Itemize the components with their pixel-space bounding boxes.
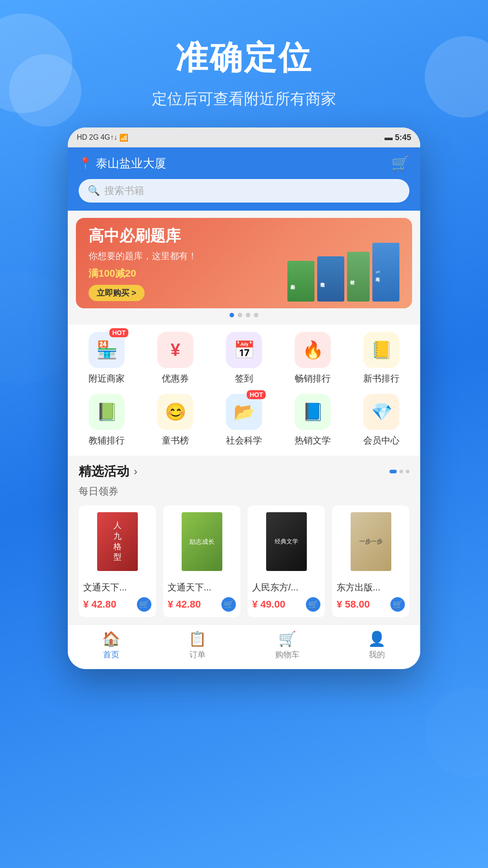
cat-social-icon: 📂 HOT (226, 394, 262, 430)
cat-member-icon: 💎 (363, 394, 399, 430)
category-row-2: 📗 教辅排行 😊 童书榜 📂 HOT 社会科学 📘 (68, 394, 420, 456)
banner-section: 高中必刷题库 你想要的题库，这里都有！ 满100减20 立即购买 > 高中必刷 … (68, 211, 420, 325)
cat-checkin[interactable]: 📅 签到 (215, 332, 273, 385)
banner-text: 高中必刷题库 你想要的题库，这里都有！ 满100减20 立即购买 > (89, 226, 287, 301)
cat-checkin-icon: 📅 (226, 332, 262, 368)
dot-1[interactable] (230, 313, 234, 317)
book-name-4: 东方出版... (337, 581, 405, 594)
cat-textbook[interactable]: 📗 教辅排行 (77, 394, 136, 447)
cat-newbook-icon: 📒 (363, 332, 399, 368)
book-name-3: 人民东方/... (252, 581, 320, 594)
nav-profile[interactable]: 👤 我的 (368, 630, 386, 660)
cat-coupon[interactable]: ¥ 优惠券 (146, 332, 205, 385)
profile-icon: 👤 (368, 630, 386, 647)
category-section: 🏪 HOT 附近商家 ¥ 优惠券 📅 签到 🔥 (68, 325, 420, 456)
book-thumb-1: 人九格型 (79, 505, 156, 578)
status-time: ▬ 5:45 (385, 133, 411, 142)
book-card-1[interactable]: 人九格型 文通天下... ¥ 42.80 🛒 (79, 505, 156, 617)
section-header: 精选活动 › (79, 463, 409, 480)
orders-icon: 📋 (188, 630, 206, 647)
section-dot-2 (399, 470, 403, 473)
activities-arrow[interactable]: › (134, 465, 137, 478)
promo-banner[interactable]: 高中必刷题库 你想要的题库，这里都有！ 满100减20 立即购买 > 高中必刷 … (76, 218, 412, 308)
hot-badge-social: HOT (247, 390, 266, 399)
cart-icon: 🛒 (278, 630, 296, 647)
cat-member[interactable]: 💎 会员中心 (352, 394, 411, 447)
book-thumb-4: 一步一步 (332, 505, 409, 578)
cat-hotlit-label: 热销文学 (295, 434, 331, 447)
book-card-4[interactable]: 一步一步 东方出版... ¥ 58.00 🛒 (332, 505, 409, 617)
cat-social[interactable]: 📂 HOT 社会科学 (215, 394, 273, 447)
phone-mockup: HD 2G 4G↑↓ 📶 ▬ 5:45 📍 泰山盐业大厦 🛒 🔍 搜索书籍 高中… (68, 127, 420, 669)
nav-orders-label: 订单 (189, 649, 206, 660)
book-price-1: ¥ 42.80 🛒 (83, 597, 151, 612)
cat-checkin-label: 签到 (235, 373, 253, 385)
signal-2g: 2G (89, 133, 99, 142)
banner-book-1: 高中必刷 (287, 261, 314, 302)
cat-newbook-label: 新书排行 (363, 373, 399, 385)
book-card-3[interactable]: 经典文学 人民东方/... ¥ 49.00 🛒 (248, 505, 325, 617)
cat-bestseller-icon: 🔥 (295, 332, 331, 368)
location-area[interactable]: 📍 泰山盐业大厦 (79, 156, 166, 171)
section-dot-active (389, 470, 397, 473)
hot-badge-nearby: HOT (109, 328, 128, 337)
banner-book-4: 5年高考 (372, 243, 399, 302)
dot-3[interactable] (246, 313, 250, 317)
wifi-icon: 📶 (119, 133, 128, 142)
signal-4g: 4G↑↓ (100, 133, 117, 142)
book-info-2: 文通天下... ¥ 42.80 🛒 (163, 578, 240, 617)
nav-orders[interactable]: 📋 订单 (188, 630, 206, 660)
banner-button[interactable]: 立即购买 > (89, 285, 145, 301)
cat-member-label: 会员中心 (363, 434, 399, 447)
nav-profile-label: 我的 (369, 649, 385, 660)
activities-title: 精选活动 (79, 463, 129, 480)
app-header: 📍 泰山盐业大厦 🛒 (68, 147, 420, 179)
banner-book-3: 教材帮 (347, 252, 370, 302)
section-dot-3 (406, 470, 409, 473)
cat-bestseller[interactable]: 🔥 畅销排行 (283, 332, 342, 385)
book-card-2[interactable]: 励志成长 文通天下... ¥ 42.80 🛒 (163, 505, 240, 617)
banner-dots (76, 308, 412, 317)
battery-icon: ▬ (385, 133, 395, 142)
home-icon: 🏠 (102, 630, 120, 647)
book-price-2: ¥ 42.80 🛒 (168, 597, 236, 612)
book-name-2: 文通天下... (168, 581, 236, 594)
category-row-1: 🏪 HOT 附近商家 ¥ 优惠券 📅 签到 🔥 (68, 332, 420, 394)
add-cart-1[interactable]: 🛒 (137, 597, 151, 612)
book-price-4: ¥ 58.00 🛒 (337, 597, 405, 612)
book-info-3: 人民东方/... ¥ 49.00 🛒 (248, 578, 325, 617)
book-thumb-3: 经典文学 (248, 505, 325, 578)
add-cart-3[interactable]: 🛒 (306, 597, 320, 612)
search-placeholder: 搜索书籍 (104, 184, 144, 198)
header-cart-icon[interactable]: 🛒 (391, 155, 409, 172)
activities-section: 精选活动 › 每日领券 人九格型 文通天下... (68, 456, 420, 624)
cat-textbook-icon: 📗 (89, 394, 125, 430)
add-cart-2[interactable]: 🛒 (221, 597, 236, 612)
book-grid: 人九格型 文通天下... ¥ 42.80 🛒 励志成长 (79, 505, 409, 617)
nav-home[interactable]: 🏠 首页 (102, 630, 120, 660)
cat-coupon-icon: ¥ (157, 332, 193, 368)
cat-children[interactable]: 😊 童书榜 (146, 394, 205, 447)
book-info-4: 东方出版... ¥ 58.00 🛒 (332, 578, 409, 617)
cat-textbook-label: 教辅排行 (89, 434, 125, 447)
cat-hotlit[interactable]: 📘 热销文学 (283, 394, 342, 447)
banner-books: 高中必刷 高考数学 教材帮 5年高考 (287, 225, 399, 302)
hd-badge: HD (77, 133, 87, 142)
hero-section: 准确定位 定位后可查看附近所有商家 (0, 0, 488, 127)
dot-2[interactable] (238, 313, 242, 317)
activities-subtitle: 每日领券 (79, 485, 409, 498)
nav-cart[interactable]: 🛒 购物车 (275, 630, 300, 660)
cat-social-label: 社会科学 (226, 434, 262, 447)
nav-home-label: 首页 (103, 649, 119, 660)
banner-discount: 满100减20 (89, 267, 287, 280)
bottom-nav: 🏠 首页 📋 订单 🛒 购物车 👤 我的 (68, 624, 420, 669)
cat-nearby-label: 附近商家 (89, 373, 125, 385)
banner-subtitle: 你想要的题库，这里都有！ (89, 250, 287, 262)
dot-4[interactable] (254, 313, 258, 317)
add-cart-4[interactable]: 🛒 (390, 597, 405, 612)
cat-newbook[interactable]: 📒 新书排行 (352, 332, 411, 385)
cat-nearby[interactable]: 🏪 HOT 附近商家 (77, 332, 136, 385)
search-bar-wrap: 🔍 搜索书籍 (68, 179, 420, 211)
book-info-1: 文通天下... ¥ 42.80 🛒 (79, 578, 156, 617)
search-bar[interactable]: 🔍 搜索书籍 (79, 179, 409, 203)
